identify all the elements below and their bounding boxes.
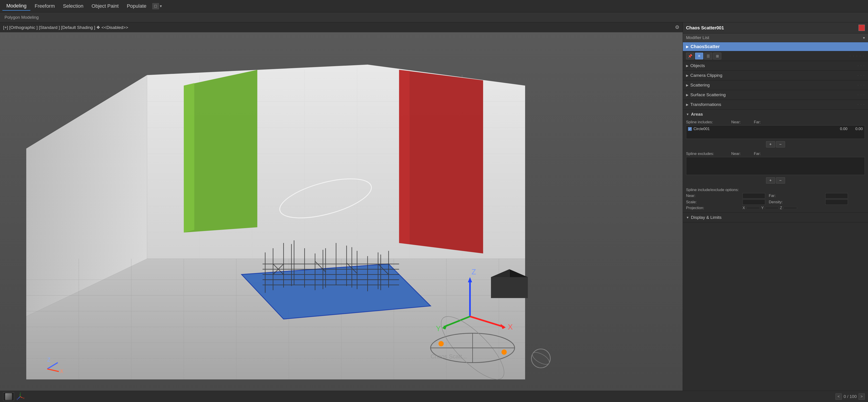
modifier-list-label: Modifier List — [686, 35, 709, 40]
excludes-remove-button[interactable]: − — [776, 177, 785, 183]
scale-spinner[interactable] — [743, 199, 765, 205]
svg-marker-76 — [491, 277, 528, 298]
svg-point-82 — [502, 349, 507, 355]
section-display-limits[interactable]: ▼ Display & Limits — [683, 213, 868, 223]
menu-selection[interactable]: Selection — [59, 2, 88, 10]
scale-density-row: Scale: Density: — [686, 199, 865, 205]
spline-includes-label: Spline includes: — [686, 120, 731, 125]
main-content: [+] [Orthographic ] [Standard ] [Default… — [0, 22, 868, 391]
menu-populate[interactable]: Populate — [123, 2, 151, 10]
section-surface-scattering-label: Surface Scattering — [690, 92, 858, 97]
panel-bottom-padding — [683, 223, 868, 268]
svg-marker-33 — [399, 70, 483, 254]
viewport[interactable]: [+] [Orthographic ] [Standard ] [Default… — [0, 22, 683, 391]
section-transformations-dots: · · · — [858, 103, 865, 107]
chaos-scatter-row[interactable]: ▶ ChaosScatter — [683, 42, 868, 51]
next-frame-btn[interactable]: > — [859, 394, 865, 400]
panel-content[interactable]: ▶ Objects · · · ▶ Camera Clipping · · · … — [683, 61, 868, 391]
menu-object-paint[interactable]: Object Paint — [88, 2, 123, 10]
near-far-row: Near: Far: — [686, 193, 865, 199]
projection-y-value[interactable] — [765, 207, 778, 209]
areas-expand-arrow[interactable]: ▼ — [686, 112, 689, 116]
right-panel: Chaos Scatter001 Modifier List ▾ ▶ Chaos… — [683, 22, 868, 391]
spline-name-circle001: Circle001 — [693, 127, 828, 131]
projection-x-value[interactable] — [746, 207, 760, 209]
near-col-label: Near: — [731, 120, 754, 125]
projection-z-label: Z — [780, 206, 782, 210]
options-label-row: Spline include/exclude options: — [686, 188, 865, 192]
scene-3d: Z X Y — [0, 32, 683, 391]
spline-excludes-label: Spline excludes: — [686, 152, 731, 156]
section-camera-clipping-arrow: ▶ — [686, 74, 688, 77]
chaos-scatter-expand-arrow[interactable]: ▶ — [686, 44, 689, 49]
scale-option-label: Scale: — [686, 200, 743, 204]
tab-pin[interactable]: 📌 — [686, 53, 694, 59]
section-display-limits-arrow: ▼ — [686, 216, 689, 219]
svg-line-90 — [18, 397, 20, 399]
section-objects-arrow: ▶ — [686, 64, 688, 68]
includes-add-remove-row: + − — [686, 140, 865, 149]
near-option-label: Near: — [686, 194, 743, 198]
modifier-name: Chaos Scatter001 — [686, 25, 724, 31]
section-camera-clipping[interactable]: ▶ Camera Clipping · · · — [683, 71, 868, 80]
svg-point-81 — [438, 341, 444, 346]
near-spinner[interactable] — [743, 193, 765, 199]
tab-graph[interactable]: ||| — [704, 53, 712, 59]
bottom-bar: Z X Y < 0 / 100 > — [0, 391, 868, 402]
tab-params[interactable]: ≡ — [695, 53, 703, 59]
spline-includes-list[interactable]: ✓ Circle001 0.00 0.00 — [686, 125, 865, 139]
frame-nav: < 0 / 100 > — [835, 394, 865, 400]
svg-text:X: X — [23, 397, 24, 399]
includes-add-button[interactable]: + — [766, 141, 775, 147]
far-col-label: Far: — [754, 120, 776, 125]
spline-near-circle001: 0.00 — [829, 127, 847, 131]
spline-includes-section: Spline includes: Near: Far: ✓ Circle001 … — [686, 119, 865, 150]
modifier-list-dropdown-arrow[interactable]: ▾ — [863, 36, 865, 40]
material-thumbnail[interactable] — [3, 392, 14, 401]
section-scattering-arrow: ▶ — [686, 83, 688, 87]
spline-excludes-list[interactable] — [686, 157, 865, 175]
section-transformations-arrow: ▶ — [686, 103, 688, 106]
excludes-far-col-label: Far: — [754, 152, 776, 156]
projection-x-label: X — [743, 206, 745, 210]
svg-text:X: X — [508, 323, 513, 331]
excludes-add-button[interactable]: + — [766, 177, 775, 183]
far-spinner[interactable] — [825, 193, 848, 199]
tab-grid[interactable]: ⊞ — [713, 53, 721, 59]
viewport-mode-btn[interactable]: □ — [152, 3, 159, 9]
modifier-color-swatch[interactable] — [859, 25, 865, 31]
section-camera-clipping-dots: · · · — [858, 73, 865, 77]
includes-remove-button[interactable]: − — [776, 141, 785, 147]
spline-checkbox-circle001[interactable]: ✓ — [688, 127, 692, 131]
scene-svg: Z X Y — [0, 32, 683, 391]
polygon-modeling-label: Polygon Modeling — [2, 14, 41, 21]
modifier-list-bar[interactable]: Modifier List ▾ — [683, 33, 868, 42]
viewport-header: [+] [Orthographic ] [Standard ] [Default… — [0, 22, 683, 32]
chaos-scatter-label: ChaosScatter — [690, 44, 720, 49]
projection-xyz-row: X Y Z — [743, 206, 797, 210]
prev-frame-btn[interactable]: < — [835, 394, 842, 400]
excludes-add-remove-row: + − — [686, 176, 865, 185]
viewport-dropdown-arrow[interactable]: ▾ — [160, 4, 162, 8]
section-scattering[interactable]: ▶ Scattering · · · — [683, 80, 868, 90]
density-spinner[interactable] — [825, 199, 848, 205]
section-scattering-label: Scattering — [690, 83, 858, 88]
areas-header-row[interactable]: ▼ Areas — [686, 112, 865, 119]
panel-resize-dots: · · · · · — [850, 54, 865, 58]
svg-marker-32 — [184, 83, 194, 232]
spline-excludes-header-row: Spline excludes: Near: Far: — [686, 152, 865, 156]
section-transformations[interactable]: ▶ Transformations · · · — [683, 100, 868, 109]
section-surface-scattering[interactable]: ▶ Surface Scattering · · · — [683, 90, 868, 100]
viewport-settings-icon[interactable]: ⚙ — [675, 24, 680, 30]
section-areas: ▼ Areas Spline includes: Near: Far: ✓ — [683, 109, 868, 213]
section-camera-clipping-label: Camera Clipping — [690, 73, 858, 78]
menu-modeling[interactable]: Modeling — [2, 2, 31, 11]
bottom-left: Z X Y — [3, 392, 24, 401]
section-surface-scattering-dots: · · · — [858, 93, 865, 97]
projection-z-value[interactable] — [783, 207, 797, 209]
right-panel-header: Chaos Scatter001 — [683, 22, 868, 33]
menu-freeform[interactable]: Freeform — [31, 2, 59, 10]
spline-excludes-section: Spline excludes: Near: Far: + − — [686, 150, 865, 186]
spline-item-circle001[interactable]: ✓ Circle001 0.00 0.00 — [686, 126, 865, 132]
section-objects[interactable]: ▶ Objects · · · — [683, 61, 868, 71]
